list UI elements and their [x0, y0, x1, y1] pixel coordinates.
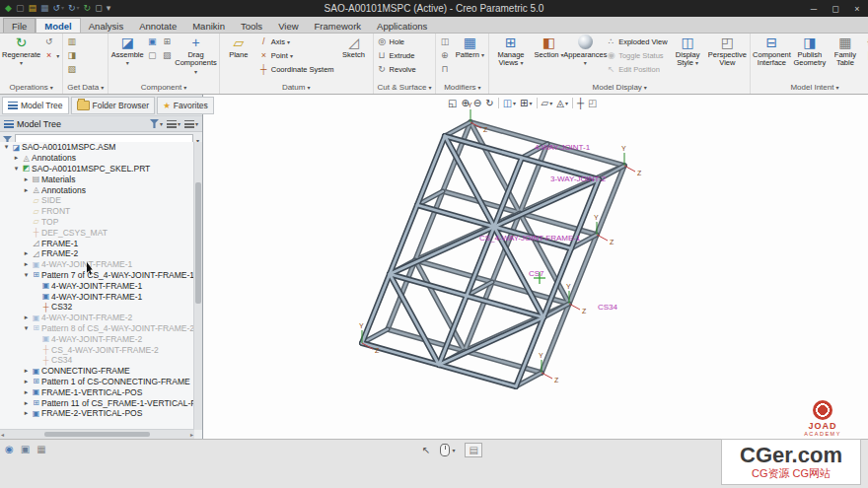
exploded-view-button[interactable]: ∴Exploded View [604, 35, 669, 48]
tab-tools[interactable]: Tools [233, 19, 270, 33]
expand-toggle-icon[interactable]: ▾ [22, 271, 31, 279]
scroll-thumb[interactable] [44, 432, 150, 437]
new-button[interactable]: ▢ [16, 2, 25, 15]
group-label[interactable]: Cut & Surface▾ [375, 81, 435, 94]
tree-item[interactable]: ▸▣FRAME-2-VERTICAL-POS [0, 408, 194, 419]
display-style-button[interactable]: ◫Display Style ▾ [670, 33, 706, 68]
perspective-button[interactable]: ◰ [588, 98, 597, 108]
tree-item[interactable]: ▱SIDE [0, 195, 194, 206]
refit-button[interactable]: ◱ [448, 98, 457, 108]
tree-item[interactable]: ┼CS_4-WAY-JOINT-FRAME-2 [0, 344, 194, 355]
graphics-area[interactable]: YZYZYZYZYZYZ4-WAY-JOINT-13-WAY-JOINT-2CS… [203, 95, 868, 439]
expand-toggle-icon[interactable]: ▸ [22, 378, 31, 385]
package-button[interactable]: ▢ [145, 48, 159, 62]
tree-item[interactable]: ┼DEF_CSYS_MAT [0, 227, 194, 238]
intersect-button[interactable]: ⊓ [437, 62, 452, 76]
repaint-button[interactable]: ↻ [485, 98, 493, 108]
coordinate-system-button[interactable]: ┼Coordinate System [256, 62, 336, 76]
appearances-button[interactable]: Appearances ▾ [567, 33, 605, 68]
extrude-button[interactable]: ⊔Extrude [375, 48, 418, 62]
tree-item[interactable]: ▸⊞Pattern 1 of CS-CONNECTING-FRAME [0, 377, 194, 387]
model-window-button[interactable]: ▣ [21, 444, 30, 454]
revolve-button[interactable]: ↻Revolve [375, 62, 418, 76]
expand-toggle-icon[interactable]: ▸ [22, 314, 31, 321]
import-button[interactable]: ▥ [64, 35, 79, 48]
tree-item[interactable]: ▾◪SAO-A00101MSPC.ASM [0, 142, 194, 153]
expand-toggle-icon[interactable]: ▸ [22, 367, 31, 375]
tree-item[interactable]: ▸▣CONNECTING-FRAME [0, 366, 194, 377]
publish-geometry-button[interactable]: ◨Publish Geometry [792, 33, 828, 68]
expand-toggle-icon[interactable]: ▸ [22, 175, 31, 183]
braces-button[interactable]: {} [863, 35, 868, 48]
group-label[interactable]: Component▾ [109, 81, 218, 94]
undo-button[interactable]: ↺▾ [52, 2, 64, 15]
expand-toggle-icon[interactable]: ▾ [2, 143, 11, 151]
repeat-button[interactable]: ⊞ [160, 35, 174, 48]
tab-model[interactable]: Model [36, 18, 80, 33]
filter-mouse-button[interactable]: ▾ [440, 444, 455, 456]
display-style-button[interactable]: ◫▾ [503, 98, 516, 108]
maximize-button[interactable]: ◻ [825, 0, 846, 17]
create-component-button[interactable]: ▣ [145, 35, 159, 48]
save-button[interactable]: ▦ [40, 2, 49, 15]
grid-button[interactable]: ▦ [36, 444, 45, 454]
assemble-button[interactable]: ◪Assemble ▾ [109, 33, 145, 68]
copy-geometry-button[interactable]: ◨ [64, 48, 79, 62]
group-label[interactable]: Model Intent▾ [752, 81, 868, 94]
tab-view[interactable]: View [270, 19, 306, 33]
navigator-tab-favorites[interactable]: ★Favorites [157, 97, 214, 114]
expand-toggle-icon[interactable]: ▸ [12, 154, 21, 162]
tree-item[interactable]: ▸◿FRAME-2 [0, 248, 194, 259]
merge-button[interactable]: ⊕ [437, 48, 452, 62]
tree-item[interactable]: ▸⊞Pattern 11 of CS_FRAME-1-VERTICAL-POS [0, 397, 194, 408]
settings-button[interactable]: ▾ [184, 119, 198, 128]
tree-item[interactable]: ▸◬Annotations [0, 184, 194, 195]
sheet-button[interactable]: ▤ [465, 443, 481, 457]
scroll-right-arrow-icon[interactable]: ▸ [190, 431, 193, 438]
spin-center-button[interactable]: ┼ [577, 98, 584, 108]
axis-button[interactable]: /Axis▾ [256, 35, 336, 48]
customize-button[interactable]: ▾ [107, 2, 111, 15]
tree-item[interactable]: ▱FRONT [0, 206, 194, 217]
tree-item[interactable]: ▸▣FRAME-1-VERTICAL-POS [0, 386, 194, 397]
group-label[interactable]: Operations▾ [1, 81, 61, 94]
tab-file[interactable]: File [3, 18, 36, 33]
manage-views-button[interactable]: ⊞Manage Views ▾ [490, 33, 531, 68]
saved-views-button[interactable]: ⊞▾ [520, 98, 532, 108]
tree-item[interactable]: ▸◬Annotations [0, 153, 194, 164]
tree-item[interactable]: ▾⊞Pattern 7 of CS_4-WAY-JOINT-FRAME-1 [0, 270, 194, 281]
close-button[interactable]: × [846, 0, 868, 17]
title-bar[interactable]: ◆▢▤▦↺▾↻▾↻◻▾ SAO-A00101MSPC (Active) - Cr… [0, 0, 868, 17]
sketch-button[interactable]: ◿Sketch [336, 33, 372, 59]
perspective-view-button[interactable]: ◰Perspective View [706, 33, 749, 68]
scroll-thumb[interactable] [195, 182, 201, 304]
select-arrow-button[interactable]: ↖ [422, 445, 430, 455]
tree-item[interactable]: ▸▤Materials [0, 174, 194, 184]
regen-button[interactable]: ↻ [84, 2, 92, 15]
window-button[interactable]: ◻ [95, 2, 102, 15]
group-label[interactable]: Datum▾ [221, 81, 372, 94]
tree-item[interactable]: ▸▣4-WAY-JOINT-FRAME-2 [0, 313, 194, 323]
tree-item[interactable]: ┼CS32 [0, 302, 194, 313]
group-label[interactable]: Model Display▾ [490, 81, 749, 94]
frame-model[interactable] [362, 122, 624, 386]
parameters-button[interactable]: [] [863, 48, 868, 62]
delete-button[interactable]: ×▾ [41, 48, 61, 62]
tab-manikin[interactable]: Manikin [184, 19, 233, 33]
group-label[interactable]: Get Data▾ [64, 81, 107, 94]
zoom-out-button[interactable]: ⊖ [473, 98, 481, 108]
browser-button[interactable]: ◉ [5, 444, 14, 454]
tab-applications[interactable]: Applications [369, 19, 435, 33]
3d-viewport[interactable]: YZYZYZYZYZYZ4-WAY-JOINT-13-WAY-JOINT-2CS… [203, 95, 868, 439]
include-button[interactable]: ▨ [160, 48, 174, 62]
section-button[interactable]: ◧Section ▾ [532, 33, 567, 59]
expand-toggle-icon[interactable]: ▾ [12, 165, 21, 173]
tab-analysis[interactable]: Analysis [81, 19, 131, 33]
tree-item[interactable]: ▸▣4-WAY-JOINT-FRAME-1 [0, 259, 194, 270]
datum-display-button[interactable]: ▱▾ [542, 98, 553, 108]
redo-button[interactable]: ↻▾ [68, 2, 80, 15]
mirror-button[interactable]: ◫ [437, 35, 452, 48]
plane-button[interactable]: ▱Plane [221, 33, 256, 59]
edit-position-button[interactable]: ↖Edit Position [604, 62, 669, 76]
expand-toggle-icon[interactable]: ▸ [22, 260, 31, 268]
